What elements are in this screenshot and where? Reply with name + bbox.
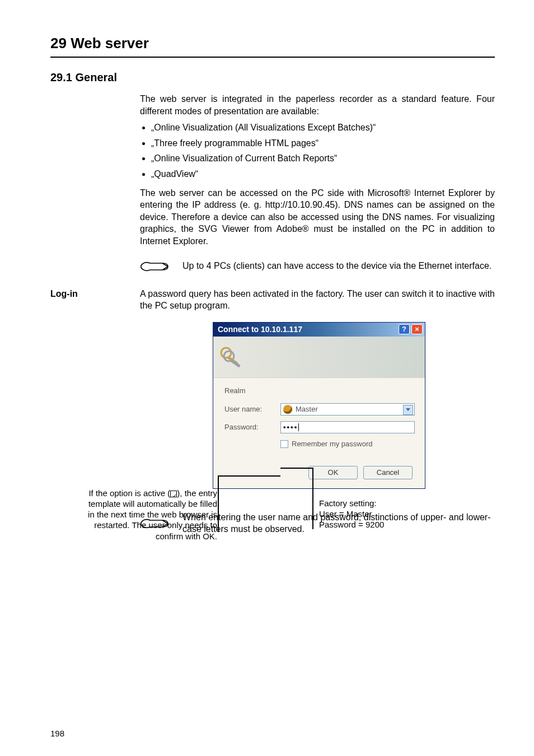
note-text: Up to 4 PCs (clients) can have access to… xyxy=(182,260,491,272)
remember-label: Remember my password xyxy=(292,439,373,449)
password-label: Password: xyxy=(224,422,280,432)
section-title: 29.1 General xyxy=(50,70,495,85)
help-button[interactable]: ? xyxy=(399,324,410,334)
login-heading: Log-in xyxy=(50,288,140,312)
callout-left: If the option is active (), the entry te… xyxy=(84,488,217,542)
list-item: „Online Visualization (All Visualization… xyxy=(151,122,495,134)
list-item: „Online Visualization of Current Batch R… xyxy=(151,152,495,165)
user-icon xyxy=(283,405,292,414)
username-value: Master xyxy=(296,404,318,414)
close-button[interactable]: × xyxy=(411,324,423,334)
chevron-down-icon xyxy=(406,408,410,411)
callout-right: Factory setting: User = Master Password … xyxy=(319,498,384,530)
callout-line xyxy=(312,468,313,529)
password-input[interactable]: •••• xyxy=(280,421,415,433)
dialog-banner xyxy=(213,337,425,378)
chapter-title: 29 Web server xyxy=(50,34,495,58)
svg-rect-3 xyxy=(231,360,241,367)
note-hand-icon xyxy=(140,258,169,274)
auth-dialog: Connect to 10.10.1.117 ? × Realm User na… xyxy=(213,322,425,489)
list-item: „Three freely programmable HTML pages“ xyxy=(151,137,495,150)
cancel-button[interactable]: Cancel xyxy=(363,466,413,479)
callout-line xyxy=(218,475,219,531)
checked-box-icon xyxy=(170,491,177,497)
dialog-title: Connect to 10.10.1.117 xyxy=(218,324,302,335)
password-value: •••• xyxy=(283,422,298,432)
remember-checkbox[interactable] xyxy=(280,440,288,448)
realm-label: Realm xyxy=(224,386,415,396)
access-paragraph: The web server can be accessed on the PC… xyxy=(140,187,495,248)
username-label: User name: xyxy=(224,404,280,414)
mode-list: „Online Visualization (All Visualization… xyxy=(140,122,495,180)
keys-icon xyxy=(219,346,243,367)
list-item: „QuadView“ xyxy=(151,168,495,180)
intro-paragraph: The web server is integrated in the pape… xyxy=(140,93,495,117)
username-input[interactable]: Master xyxy=(280,403,415,416)
ok-button[interactable]: OK xyxy=(308,466,358,479)
login-paragraph: A password query has been activated in t… xyxy=(140,288,495,312)
